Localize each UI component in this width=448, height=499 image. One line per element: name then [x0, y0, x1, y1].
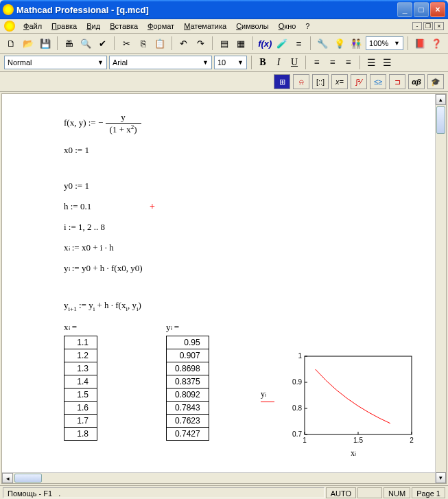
equation-yi[interactable]: yᵢ := y0 + h · f(x0, y0)	[64, 263, 384, 274]
svg-text:1: 1	[303, 437, 307, 444]
svg-text:1: 1	[298, 352, 302, 360]
new-icon[interactable]: 🗋	[4, 36, 19, 51]
align-right-button[interactable]: ≡	[342, 56, 355, 69]
cursor-crosshair: +	[150, 201, 155, 212]
table-cell: 1.5	[64, 388, 97, 401]
zoom-combo[interactable]: 100%▼	[366, 36, 403, 50]
vertical-scrollbar[interactable]: ▴ ▾	[435, 94, 446, 483]
scroll-up-button[interactable]: ▴	[436, 94, 446, 105]
programming-icon[interactable]: ⊐	[389, 74, 405, 89]
print-preview-icon[interactable]: 🔍	[78, 36, 93, 51]
document-body[interactable]: f(x, y) := − y (1 + x2) x0 := 1 y0 := 1 …	[2, 94, 446, 472]
calculator-icon[interactable]: ⊞	[274, 74, 290, 89]
window-title: Mathcad Professional - [q.mcd]	[16, 5, 397, 15]
table-cell: 0.7427	[167, 427, 209, 440]
scroll-thumb-h[interactable]	[14, 474, 42, 483]
menu-view[interactable]: Вид	[82, 21, 104, 32]
menu-insert[interactable]: Вставка	[106, 21, 142, 32]
print-icon[interactable]: 🖶	[62, 36, 77, 51]
table-cell: 0.907	[167, 349, 209, 362]
close-button[interactable]: ×	[430, 2, 445, 17]
menu-help[interactable]: ?	[301, 21, 314, 32]
copy-icon[interactable]: ⎘	[136, 36, 151, 51]
spellcheck-icon[interactable]: ✔	[95, 36, 110, 51]
cut-icon[interactable]: ✂	[119, 36, 134, 51]
menu-edit[interactable]: Правка	[47, 21, 81, 32]
standard-toolbar: 🗋 📂 💾 🖶 🔍 ✔ ✂ ⎘ 📋 ↶ ↷ ▤ ▦ f(x) 🧪 = 🔧 💡 👫…	[0, 34, 448, 54]
minimize-button[interactable]: _	[397, 2, 412, 17]
table-cell: 1.7	[64, 414, 97, 427]
help-icon[interactable]: ❓	[429, 36, 445, 51]
scroll-down-button[interactable]: ▾	[436, 472, 446, 483]
menu-window[interactable]: Окно	[274, 21, 300, 32]
hierarchy-icon[interactable]: 👫	[349, 36, 364, 51]
table-x-header: xᵢ =	[64, 322, 97, 333]
undo-icon[interactable]: ↶	[176, 36, 191, 51]
equation-fxy[interactable]: f(x, y) := − y (1 + x2)	[64, 112, 384, 135]
unit-icon[interactable]: 🧪	[274, 36, 290, 51]
align-center-button[interactable]: ≡	[326, 56, 340, 69]
equation-xi[interactable]: xᵢ := x0 + i · h	[64, 242, 384, 253]
underline-button[interactable]: U	[287, 56, 301, 69]
paste-icon[interactable]: 📋	[152, 36, 167, 51]
table-cell: 1.2	[64, 349, 97, 362]
menu-math[interactable]: Математика	[180, 21, 231, 32]
graph-icon[interactable]: ⍾	[293, 74, 309, 89]
bold-button[interactable]: B	[256, 56, 270, 69]
mdi-icon[interactable]	[4, 21, 15, 32]
fx-icon[interactable]: f(x)	[257, 36, 272, 51]
table-x[interactable]: xᵢ = 1.11.21.31.41.51.61.71.8	[64, 322, 97, 441]
chart-ylabel: yᵢ	[261, 389, 266, 399]
chart-legend-line	[261, 402, 274, 402]
italic-button[interactable]: I	[272, 56, 285, 69]
status-help: Помощь - F1 .	[3, 487, 325, 498]
symbolic-icon[interactable]: 🎓	[427, 74, 444, 89]
scroll-left-button[interactable]: ◂	[2, 473, 13, 483]
menu-bar: Файл Правка Вид Вставка Формат Математик…	[0, 19, 448, 34]
equation-y0[interactable]: y0 := 1	[64, 181, 384, 192]
svg-text:1.5: 1.5	[353, 437, 363, 444]
horizontal-scrollbar[interactable]: ◂ ▸	[2, 472, 446, 483]
align2-icon[interactable]: ▦	[234, 36, 249, 51]
mdi-restore-button[interactable]: ❐	[423, 22, 433, 30]
chart-xlabel: xᵢ	[281, 448, 425, 459]
menu-file[interactable]: Файл	[19, 21, 46, 32]
equation-h[interactable]: h := 0.1 +	[64, 201, 384, 212]
mdi-close-button[interactable]: ×	[434, 22, 444, 30]
style-combo[interactable]: Normal▼	[4, 56, 107, 69]
scroll-thumb-v[interactable]	[436, 106, 445, 134]
equation-i[interactable]: i := 1, 2 .. 8	[64, 222, 384, 233]
stop-icon[interactable]: 💡	[332, 36, 347, 51]
equation-x0[interactable]: x0 := 1	[64, 145, 384, 156]
matrix-icon[interactable]: [::]	[312, 74, 329, 89]
table-y[interactable]: yᵢ = 0.950.9070.86980.83750.80920.78430.…	[166, 322, 209, 441]
title-bar: Mathcad Professional - [q.mcd] _ □ ×	[0, 0, 448, 19]
resource-icon[interactable]: 📕	[412, 36, 427, 51]
font-combo[interactable]: Arial▼	[109, 56, 212, 69]
align-icon[interactable]: ▤	[217, 36, 232, 51]
eval-icon[interactable]: x=	[331, 74, 348, 89]
calculus-icon[interactable]: ∫⅟	[351, 74, 367, 89]
status-bar: Помощь - F1 . AUTO NUM Page 1	[0, 485, 448, 499]
table-y-header: yᵢ =	[166, 322, 209, 333]
chart[interactable]: yᵢ 0.70.80.9111.52 xᵢ	[281, 351, 425, 459]
open-icon[interactable]: 📂	[21, 36, 36, 51]
boolean-icon[interactable]: ≤≥	[370, 74, 386, 89]
equation-yip1[interactable]: yi+1 := yi + h · f(xi, yi)	[64, 300, 384, 312]
equals-icon[interactable]: =	[292, 36, 307, 51]
mdi-minimize-button[interactable]: -	[412, 22, 422, 30]
size-combo[interactable]: 10▼	[214, 56, 247, 69]
align-left-button[interactable]: ≡	[310, 56, 324, 69]
bullets-button[interactable]: ☰	[364, 56, 378, 69]
document-area: f(x, y) := − y (1 + x2) x0 := 1 y0 := 1 …	[1, 93, 447, 484]
menu-symbols[interactable]: Символы	[232, 21, 273, 32]
component-icon[interactable]: 🔧	[315, 36, 330, 51]
maximize-button[interactable]: □	[414, 2, 429, 17]
menu-format[interactable]: Формат	[143, 21, 178, 32]
save-icon[interactable]: 💾	[38, 36, 53, 51]
table-cell: 0.95	[167, 336, 209, 349]
numbering-button[interactable]: ☰	[380, 56, 394, 69]
greek-icon[interactable]: αβ	[408, 74, 425, 89]
redo-icon[interactable]: ↷	[193, 36, 209, 51]
table-cell: 1.8	[64, 427, 97, 440]
